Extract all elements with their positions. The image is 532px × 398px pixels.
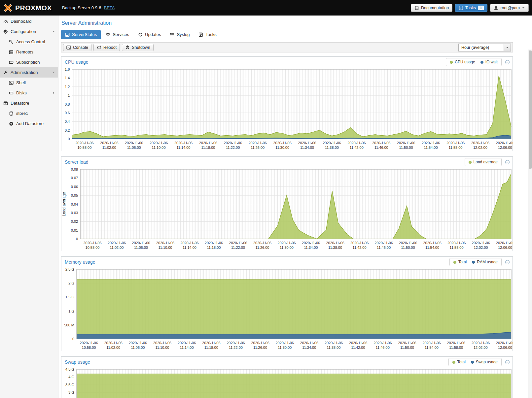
legend-item: Total [453,260,467,264]
sidebar-item-label: Configuration [11,29,36,34]
sidebar-item-add-datastore[interactable]: Add Datastore [0,118,58,129]
svg-text:2020-11-06: 2020-11-06 [323,141,341,145]
beta-link[interactable]: BETA [104,5,115,10]
vertical-scrollbar[interactable] [528,50,532,398]
cpu-usage-panel: CPU usage CPU usageIO wait 00.20.40.60.8… [61,56,513,151]
svg-text:2020-11-06: 2020-11-06 [199,141,217,145]
svg-text:4 G: 4 G [68,375,74,379]
legend-item: Total [452,360,466,364]
shutdown-label: Shutdown [132,45,150,50]
svg-text:2020-11-06: 2020-11-06 [398,341,416,345]
svg-text:2020-11-06: 2020-11-06 [129,341,147,345]
tab-syslog[interactable]: Syslog [166,30,194,39]
sidebar-item-store1[interactable]: store1 [0,108,58,118]
sidebar-item-access-control[interactable]: Access Control [0,37,58,47]
svg-text:12:06:00: 12:06:00 [498,246,512,249]
svg-text:2020-11-06: 2020-11-06 [229,241,247,245]
tab-label: Syslog [177,32,190,37]
combo-trigger[interactable] [504,44,511,51]
svg-text:11:46:00: 11:46:00 [377,246,391,249]
timeframe-select[interactable]: Hour (average) [458,44,511,51]
svg-text:11:10:00: 11:10:00 [152,146,166,149]
sidebar-item-subscription[interactable]: Subscription [0,57,58,67]
sidebar-item-shell[interactable]: Shell [0,78,58,88]
svg-text:11:58:00: 11:58:00 [448,146,462,149]
sidebar-item-configuration[interactable]: Configuration [0,26,58,37]
sidebar-item-administration[interactable]: Administration [0,67,58,78]
svg-text:Load average: Load average [62,192,66,216]
svg-text:11:02:00: 11:02:00 [110,246,124,249]
documentation-button[interactable]: Documentation [411,4,452,12]
svg-text:11:30:00: 11:30:00 [278,346,292,349]
svg-text:1.2: 1.2 [65,85,70,89]
svg-text:12:02:00: 12:02:00 [474,246,488,249]
svg-text:10:58:00: 10:58:00 [77,146,91,149]
legend-item: IO wait [480,60,498,64]
svg-text:2020-11-06: 2020-11-06 [132,241,150,245]
tab-services[interactable]: Services [102,30,133,39]
sidebar-item-remotes[interactable]: Remotes [0,47,58,57]
sidebar-item-datastore[interactable]: Datastore [0,98,58,108]
scrollbar-thumb[interactable] [529,50,532,169]
svg-text:11:54:00: 11:54:00 [425,346,439,349]
svg-text:2020-11-06: 2020-11-06 [156,241,174,245]
sidebar-item-dashboard[interactable]: Dashboard [0,16,58,26]
refresh-icon [138,32,143,37]
reboot-button[interactable]: Reboot [93,44,120,51]
chevron-down-icon [52,71,55,74]
book-icon [414,6,419,10]
svg-text:2020-11-06: 2020-11-06 [496,241,513,245]
svg-text:2020-11-06: 2020-11-06 [300,341,318,345]
svg-text:0.01: 0.01 [71,228,78,232]
svg-text:2020-11-06: 2020-11-06 [326,241,344,245]
chart-legend: TotalRAM usage [449,258,502,266]
server-load-chart: 00.010.020.030.040.050.060.070.082020-11… [61,167,513,251]
tab-label: Tasks [205,32,216,37]
chart-legend: CPU usageIO wait [446,58,502,66]
svg-text:2020-11-06: 2020-11-06 [150,141,168,145]
panel-title: CPU usage [64,58,89,66]
svg-text:2020-11-06: 2020-11-06 [349,341,367,345]
svg-text:11:26:00: 11:26:00 [253,346,267,349]
top-header: PROXMOX Backup Server 0.9-6 BETA Documen… [0,0,532,16]
brand-name: PROXMOX [15,4,52,12]
terminal-icon [66,45,71,50]
legend-dot [472,261,475,264]
tab-tasks[interactable]: Tasks [195,30,220,39]
database-icon [9,111,14,116]
svg-text:2020-11-06: 2020-11-06 [75,141,93,145]
svg-text:11:34:00: 11:34:00 [302,346,316,349]
page-title: Server Administration [61,16,513,27]
server-load-panel: Server load Load average 00.010.020.030.… [61,156,513,251]
shutdown-button[interactable]: Shutdown [122,44,154,51]
svg-text:0: 0 [72,337,74,341]
sidebar-item-label: Administration [11,70,38,75]
user-menu-button[interactable]: root@pam [490,4,529,12]
disk-icon [9,91,14,95]
swap-usage-panel: Swap usage TotalSwap usage 0500 M1 G1.5 … [61,356,513,398]
collapse-icon[interactable] [505,160,510,165]
svg-text:2020-11-06: 2020-11-06 [373,341,392,345]
documentation-label: Documentation [421,6,449,10]
svg-text:11:10:00: 11:10:00 [158,246,172,249]
svg-text:2020-11-06: 2020-11-06 [302,241,320,245]
tasks-button[interactable]: Tasks 1 [455,4,487,12]
svg-text:2020-11-06: 2020-11-06 [108,241,126,245]
user-label: root@pam [500,6,520,10]
sidebar-item-disks[interactable]: Disks [0,88,58,98]
tab-serverstatus[interactable]: ServerStatus [61,30,101,39]
console-button[interactable]: Console [63,44,91,51]
chevron-down-icon [506,46,509,49]
svg-text:11:38:00: 11:38:00 [327,346,340,349]
svg-text:11:42:00: 11:42:00 [353,246,367,249]
sidebar-item-label: Shell [16,80,26,85]
legend-item: Swap usage [471,360,498,364]
collapse-icon[interactable] [505,60,510,65]
collapse-icon[interactable] [505,360,510,365]
tab-updates[interactable]: Updates [134,30,165,39]
svg-text:2020-11-06: 2020-11-06 [298,141,316,145]
legend-item: CPU usage [450,60,475,64]
svg-text:2020-11-06: 2020-11-06 [447,241,466,245]
svg-text:2020-11-06: 2020-11-06 [372,141,390,145]
collapse-icon[interactable] [505,260,510,265]
